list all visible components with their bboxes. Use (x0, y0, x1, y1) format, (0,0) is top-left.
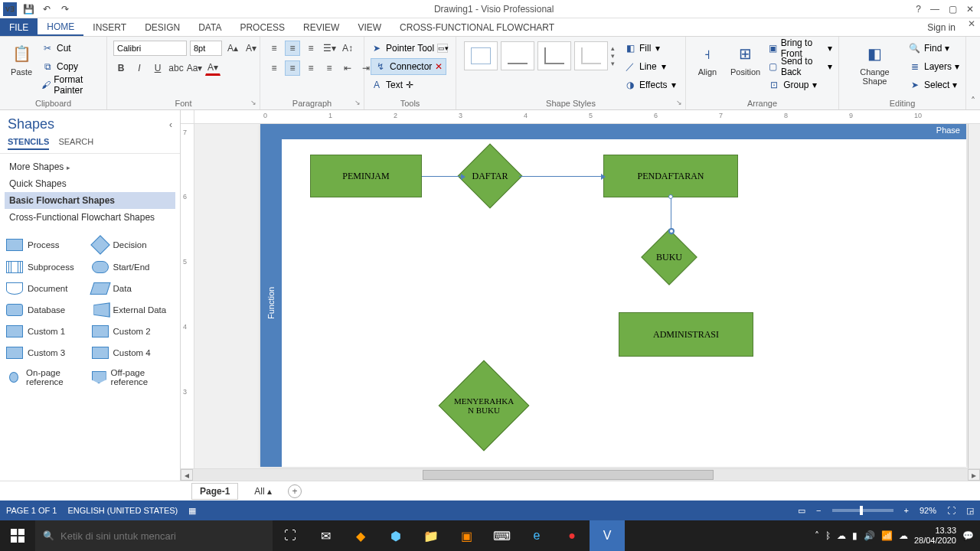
scroll-left-button[interactable]: ◂ (181, 469, 193, 481)
sign-in-link[interactable]: Sign in (920, 18, 963, 36)
copy-button[interactable]: ⧉Copy (41, 58, 100, 75)
swimlane-phase-header[interactable]: Phase (260, 124, 966, 139)
minimize-icon[interactable]: — (930, 4, 939, 15)
font-family-combo[interactable]: Calibri (113, 41, 187, 56)
tab-file[interactable]: FILE (0, 18, 38, 36)
style-gallery-more-icon[interactable]: ▾ (611, 60, 615, 67)
group-button[interactable]: ⊡Group▾ (768, 77, 832, 93)
shape-daftar[interactable]: DAFTAR (467, 153, 513, 199)
redo-icon[interactable]: ↷ (58, 2, 72, 16)
shapes-panel-collapse-icon[interactable]: ‹ (169, 119, 172, 130)
tab-process[interactable]: PROCESS (230, 18, 294, 36)
underline-button[interactable]: U (150, 60, 165, 76)
align-center-button[interactable]: ≡ (285, 60, 300, 76)
shape-styles-launcher-icon[interactable]: ↘ (676, 99, 682, 106)
format-painter-button[interactable]: 🖌Format Painter (41, 77, 100, 93)
taskbar-mail-icon[interactable]: ✉ (308, 520, 343, 551)
scroll-right-button[interactable]: ▸ (968, 469, 980, 481)
tab-cff[interactable]: CROSS-FUNCTIONAL FLOWCHART (390, 18, 564, 36)
stencils-subtab[interactable]: STENCILS (8, 137, 49, 150)
font-size-combo[interactable]: 8pt (190, 41, 222, 56)
shape-buku[interactable]: BUKU (649, 237, 689, 277)
tray-weather-icon[interactable]: ☁ (899, 530, 908, 541)
style-swatch-3[interactable] (537, 41, 571, 70)
shape-item-subproc[interactable]: Subprocess (6, 258, 89, 276)
close-icon[interactable]: ✕ (966, 4, 974, 15)
tray-volume-icon[interactable]: 🔊 (864, 530, 875, 541)
page-tab-all[interactable]: All ▴ (246, 483, 280, 500)
align-middle-button[interactable]: ≡ (285, 41, 300, 56)
italic-button[interactable]: I (132, 60, 147, 76)
taskbar-app2-icon[interactable]: ⬢ (378, 520, 413, 551)
change-case-button[interactable]: Aa▾ (187, 60, 202, 76)
undo-icon[interactable]: ↶ (40, 2, 54, 16)
tray-onedrive-icon[interactable]: ☁ (837, 530, 846, 541)
align-bottom-button[interactable]: ≡ (303, 41, 318, 56)
maximize-icon[interactable]: ▢ (949, 4, 957, 15)
rectangle-tool-button[interactable]: ▭▾ (437, 44, 448, 53)
pan-zoom-icon[interactable]: ◲ (966, 506, 974, 516)
tray-battery-icon[interactable]: ▮ (852, 530, 858, 541)
align-justify-button[interactable]: ≡ (322, 60, 337, 76)
shape-item-document[interactable]: Document (6, 279, 89, 298)
style-swatch-1[interactable] (464, 41, 498, 70)
select-button[interactable]: ➤Select▾ (909, 77, 959, 93)
taskbar-record-icon[interactable]: ● (554, 520, 590, 551)
zoom-level[interactable]: 92% (920, 506, 936, 515)
shape-item-c1[interactable]: Custom 1 (6, 322, 89, 341)
tray-notifications-icon[interactable]: 💬 (962, 530, 974, 541)
task-view-icon[interactable]: ⛶ (273, 520, 308, 551)
shape-item-c4[interactable]: Custom 4 (92, 344, 175, 362)
style-swatch-2[interactable] (501, 41, 534, 70)
help-icon[interactable]: ? (916, 4, 921, 15)
stencil-basic-flowchart[interactable]: Basic Flowchart Shapes (5, 192, 175, 209)
zoom-out-button[interactable]: − (816, 506, 821, 515)
font-color-button[interactable]: A▾ (205, 60, 220, 76)
bring-to-front-button[interactable]: ▣Bring to Front▾ (768, 40, 832, 57)
start-button[interactable] (0, 520, 35, 551)
status-presentation-icon[interactable]: ▭ (798, 506, 805, 516)
shape-peminjam[interactable]: PEMINJAM (310, 155, 422, 197)
find-button[interactable]: 🔍Find▾ (909, 40, 959, 57)
drawing-canvas[interactable]: Phase Function PEMINJAM DAFTAR PENDAFTAR… (260, 124, 966, 467)
collapse-ribbon-icon[interactable]: ˄ (966, 37, 980, 109)
tray-wifi-icon[interactable]: 📶 (881, 530, 893, 541)
search-subtab[interactable]: SEARCH (58, 137, 93, 150)
increase-font-icon[interactable]: A▴ (225, 41, 240, 56)
layers-button[interactable]: ≣Layers▾ (909, 58, 959, 75)
paste-button[interactable]: 📋 Paste (6, 40, 37, 78)
zoom-in-button[interactable]: + (904, 506, 909, 515)
fit-page-icon[interactable]: ⛶ (947, 506, 956, 515)
shape-item-decision[interactable]: Decision (92, 235, 175, 255)
change-shape-button[interactable]: ◧Change Shape (845, 40, 904, 87)
style-gallery-down-icon[interactable]: ▾ (611, 52, 615, 60)
align-left-button[interactable]: ≡ (266, 60, 282, 76)
align-right-button[interactable]: ≡ (303, 60, 318, 76)
stencil-more-shapes[interactable]: More Shapes ▸ (5, 158, 175, 175)
shape-item-data[interactable]: Data (92, 279, 175, 298)
tray-chevron-icon[interactable]: ˄ (815, 530, 819, 541)
taskbar-explorer-icon[interactable]: 📁 (413, 520, 449, 551)
font-launcher-icon[interactable]: ↘ (250, 99, 256, 106)
tab-insert[interactable]: INSERT (83, 18, 136, 36)
bold-button[interactable]: B (113, 60, 129, 76)
shape-pendaftaran[interactable]: PENDAFTARAN (603, 155, 738, 197)
send-to-back-button[interactable]: ▢Send to Back▾ (768, 58, 832, 75)
bullets-button[interactable]: ☰▾ (322, 41, 337, 56)
status-macro-icon[interactable]: ▦ (188, 506, 196, 516)
style-gallery-up-icon[interactable]: ▴ (611, 44, 615, 52)
effects-button[interactable]: ◑Effects▾ (624, 77, 676, 93)
shape-item-db[interactable]: Database (6, 301, 89, 319)
tab-data[interactable]: DATA (189, 18, 230, 36)
cut-button[interactable]: ✂Cut (41, 40, 100, 57)
stencil-cff-shapes[interactable]: Cross-Functional Flowchart Shapes (5, 209, 175, 226)
connector-2[interactable] (519, 176, 602, 177)
shape-item-startend[interactable]: Start/End (92, 258, 175, 276)
text-tool-button[interactable]: AText✛ (371, 77, 413, 93)
tab-review[interactable]: REVIEW (294, 18, 348, 36)
shape-menyerahkan[interactable]: MENYERAHKA N BUKU (452, 373, 516, 438)
zoom-slider[interactable] (832, 509, 893, 512)
position-button[interactable]: ⊞Position (727, 40, 763, 78)
save-icon[interactable]: 💾 (21, 2, 35, 16)
pointer-tool-button[interactable]: ➤Pointer Tool▭▾ (371, 40, 448, 57)
